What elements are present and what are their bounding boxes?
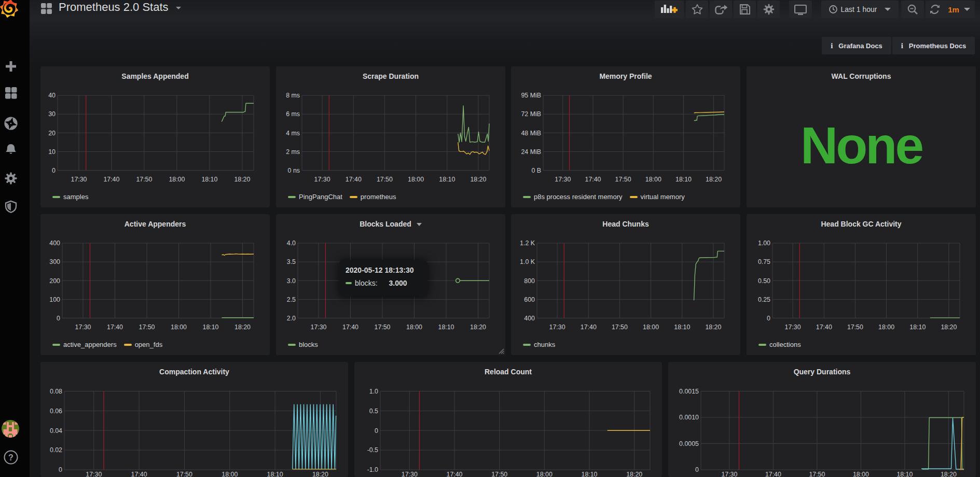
svg-text:2 ms: 2 ms: [286, 148, 300, 156]
svg-text:1.2 K: 1.2 K: [520, 240, 535, 247]
svg-text:400: 400: [49, 240, 60, 247]
svg-text:18:10: 18:10: [267, 471, 283, 477]
svg-text:0.25: 0.25: [758, 296, 770, 303]
svg-text:18:10: 18:10: [896, 471, 913, 477]
svg-text:17:50: 17:50: [374, 324, 390, 331]
svg-text:17:30: 17:30: [75, 324, 91, 331]
svg-text:17:50: 17:50: [612, 324, 628, 331]
svg-text:-1.0: -1.0: [367, 466, 378, 473]
svg-text:18:10: 18:10: [674, 324, 690, 331]
svg-text:17:50: 17:50: [809, 471, 825, 477]
svg-text:0: 0: [375, 427, 378, 434]
svg-text:17:40: 17:40: [581, 324, 597, 331]
svg-text:1.00: 1.00: [758, 240, 770, 247]
svg-text:200: 200: [49, 277, 60, 285]
svg-text:18:10: 18:10: [202, 324, 218, 331]
svg-text:17:30: 17:30: [402, 471, 418, 477]
svg-text:17:30: 17:30: [785, 324, 801, 331]
svg-text:0.06: 0.06: [50, 408, 62, 415]
svg-text:?: ?: [8, 453, 13, 462]
svg-text:0: 0: [59, 466, 62, 473]
svg-text:17:40: 17:40: [816, 324, 832, 331]
svg-text:18:20: 18:20: [941, 471, 957, 477]
svg-text:17:50: 17:50: [139, 324, 155, 331]
svg-text:18:00: 18:00: [406, 324, 422, 331]
svg-text:17:50: 17:50: [491, 471, 507, 477]
svg-text:10: 10: [48, 148, 56, 156]
svg-text:18:10: 18:10: [438, 324, 454, 331]
svg-text:17:30: 17:30: [314, 176, 330, 183]
svg-text:18:20: 18:20: [626, 471, 642, 477]
svg-text:600: 600: [524, 296, 535, 303]
svg-text:4.0: 4.0: [287, 240, 296, 247]
svg-text:18:20: 18:20: [941, 324, 957, 331]
svg-text:24 MiB: 24 MiB: [521, 148, 541, 156]
svg-text:17:30: 17:30: [71, 176, 87, 183]
svg-text:30: 30: [48, 110, 56, 118]
svg-text:18:20: 18:20: [470, 176, 486, 183]
svg-text:72 MiB: 72 MiB: [521, 110, 541, 118]
svg-text:0: 0: [52, 167, 56, 174]
svg-text:17:40: 17:40: [765, 471, 781, 477]
svg-text:18:10: 18:10: [201, 176, 217, 183]
svg-text:0: 0: [767, 315, 770, 322]
svg-text:17:50: 17:50: [615, 176, 631, 183]
svg-text:4 ms: 4 ms: [286, 130, 300, 137]
svg-text:17:40: 17:40: [342, 324, 358, 331]
svg-text:8 ms: 8 ms: [286, 92, 300, 99]
svg-text:0 B: 0 B: [531, 167, 541, 174]
svg-text:18:00: 18:00: [169, 176, 185, 183]
svg-text:0.50: 0.50: [758, 277, 770, 285]
svg-text:18:20: 18:20: [312, 471, 328, 477]
svg-text:18:00: 18:00: [645, 176, 661, 183]
svg-text:18:20: 18:20: [234, 324, 251, 331]
svg-text:17:40: 17:40: [346, 176, 362, 183]
svg-text:0.0010: 0.0010: [679, 414, 699, 421]
svg-text:17:50: 17:50: [136, 176, 152, 183]
svg-text:0.04: 0.04: [50, 427, 62, 434]
svg-text:48 MiB: 48 MiB: [521, 130, 541, 137]
svg-text:17:50: 17:50: [176, 471, 192, 477]
svg-text:17:40: 17:40: [585, 176, 601, 183]
svg-text:0.75: 0.75: [758, 258, 770, 265]
svg-text:2.0: 2.0: [287, 315, 296, 322]
svg-text:18:00: 18:00: [536, 471, 553, 477]
svg-text:18:00: 18:00: [643, 324, 659, 331]
svg-text:18:00: 18:00: [408, 176, 424, 183]
svg-text:17:40: 17:40: [131, 471, 147, 477]
svg-text:17:40: 17:40: [107, 324, 123, 331]
svg-text:20: 20: [48, 130, 56, 137]
svg-text:0.02: 0.02: [50, 446, 62, 454]
svg-text:17:50: 17:50: [847, 324, 863, 331]
svg-text:400: 400: [524, 315, 535, 322]
svg-text:0: 0: [695, 466, 699, 473]
svg-text:3.0: 3.0: [287, 277, 296, 285]
svg-text:0.08: 0.08: [50, 388, 62, 395]
svg-text:18:10: 18:10: [439, 176, 455, 183]
svg-text:1.0 K: 1.0 K: [520, 258, 535, 265]
svg-text:0.0015: 0.0015: [679, 388, 699, 395]
svg-text:18:20: 18:20: [705, 324, 721, 331]
svg-text:18:20: 18:20: [470, 324, 486, 331]
svg-text:17:30: 17:30: [721, 471, 737, 477]
svg-text:95 MiB: 95 MiB: [521, 92, 541, 99]
svg-text:17:50: 17:50: [377, 176, 393, 183]
svg-text:1.0: 1.0: [369, 388, 378, 395]
svg-text:800: 800: [524, 277, 535, 285]
svg-text:18:10: 18:10: [675, 176, 692, 183]
svg-text:3.5: 3.5: [287, 258, 296, 265]
svg-text:18:00: 18:00: [853, 471, 869, 477]
svg-text:18:10: 18:10: [909, 324, 926, 331]
svg-text:17:30: 17:30: [555, 176, 571, 183]
svg-text:0: 0: [57, 315, 60, 322]
svg-text:0.0005: 0.0005: [679, 440, 699, 447]
svg-text:18:00: 18:00: [878, 324, 894, 331]
svg-text:17:40: 17:40: [103, 176, 119, 183]
svg-text:0.5: 0.5: [369, 408, 378, 415]
svg-text:2.5: 2.5: [287, 296, 296, 303]
svg-text:18:10: 18:10: [581, 471, 597, 477]
svg-text:6 ms: 6 ms: [286, 110, 300, 118]
svg-text:-0.5: -0.5: [367, 446, 378, 454]
svg-text:17:30: 17:30: [549, 324, 565, 331]
svg-text:18:20: 18:20: [706, 176, 722, 183]
